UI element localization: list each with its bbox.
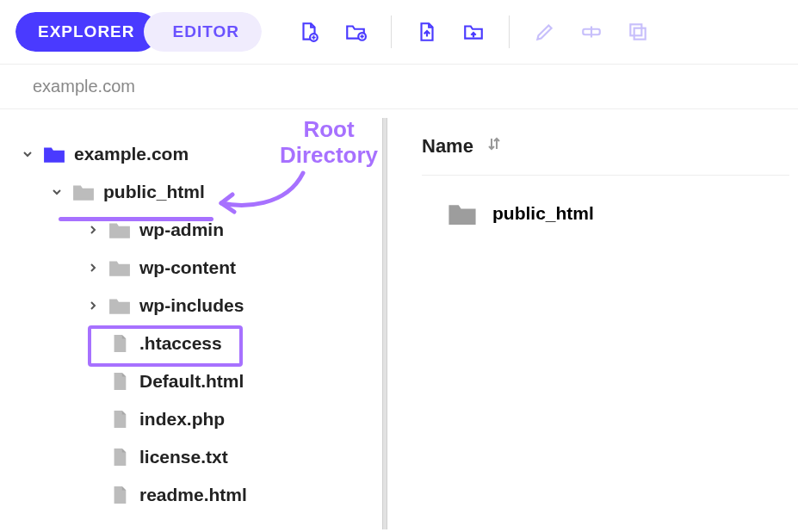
tree-label: .htaccess: [139, 333, 222, 354]
breadcrumb: example.com: [0, 64, 798, 109]
tree-row[interactable]: wp-content: [21, 249, 370, 287]
column-header-name[interactable]: Name: [422, 135, 789, 176]
tree-row[interactable]: license.txt: [21, 438, 370, 476]
new-file-button[interactable]: [286, 15, 332, 49]
file-icon: [108, 448, 131, 467]
folder-icon: [72, 182, 95, 201]
copy-button[interactable]: [615, 15, 661, 49]
tree-label: wp-content: [139, 257, 236, 278]
upload-folder-button[interactable]: [450, 15, 497, 49]
file-icon: [108, 410, 131, 429]
toolbar: EXPLORER EDITOR: [0, 0, 798, 64]
tree-label: public_html: [103, 182, 205, 202]
chevron-down-icon: [50, 187, 64, 197]
toolbar-separator: [391, 15, 392, 48]
chevron-right-icon: [86, 300, 100, 311]
breadcrumb-text: example.com: [33, 77, 135, 96]
chevron-right-icon: [86, 263, 100, 273]
list-pane: Name public_html: [391, 109, 798, 529]
tree-row-public-html[interactable]: public_html: [21, 173, 370, 211]
folder-icon: [43, 145, 65, 164]
upload-file-button[interactable]: [404, 15, 450, 49]
mode-switch: EXPLORER EDITOR: [15, 12, 262, 52]
tree-label: wp-includes: [139, 295, 244, 316]
chevron-right-icon: [86, 225, 100, 235]
tree-label: Default.html: [139, 371, 244, 392]
rename-button[interactable]: [568, 15, 615, 49]
explorer-tab[interactable]: EXPLORER: [15, 12, 158, 52]
svg-rect-3: [634, 28, 646, 40]
file-icon: [108, 372, 131, 391]
tree-label: example.com: [74, 144, 189, 164]
tree-row-root[interactable]: example.com: [21, 135, 370, 173]
list-item-label: public_html: [492, 203, 594, 224]
tree-label: license.txt: [139, 447, 228, 467]
tree-row[interactable]: .htaccess: [21, 325, 370, 362]
folder-icon: [448, 201, 477, 226]
column-header-label: Name: [422, 135, 473, 158]
folder-icon: [108, 296, 131, 315]
edit-button[interactable]: [522, 15, 568, 49]
tree-label: index.php: [139, 409, 225, 430]
tree-row[interactable]: readme.html: [21, 476, 370, 514]
annotation-underline: [59, 217, 213, 221]
chevron-down-icon: [21, 149, 34, 159]
file-icon: [108, 486, 131, 504]
tree-row[interactable]: index.php: [21, 400, 370, 438]
toolbar-icons: [286, 15, 661, 49]
svg-rect-4: [630, 24, 641, 35]
tree-row[interactable]: wp-includes: [21, 287, 370, 325]
tree-row[interactable]: Default.html: [21, 362, 370, 400]
tree-label: wp-admin: [139, 220, 224, 240]
folder-icon: [108, 220, 131, 239]
pane-divider[interactable]: [379, 109, 391, 529]
tree-label: readme.html: [139, 485, 247, 505]
sort-icon[interactable]: [486, 135, 503, 158]
folder-icon: [108, 258, 131, 277]
tree-pane: example.com public_html wp-adminwp-conte…: [0, 109, 379, 529]
new-folder-button[interactable]: [332, 15, 379, 49]
list-item[interactable]: public_html: [422, 176, 789, 226]
editor-tab[interactable]: EDITOR: [144, 12, 262, 52]
file-icon: [108, 334, 131, 353]
toolbar-separator: [509, 15, 510, 48]
